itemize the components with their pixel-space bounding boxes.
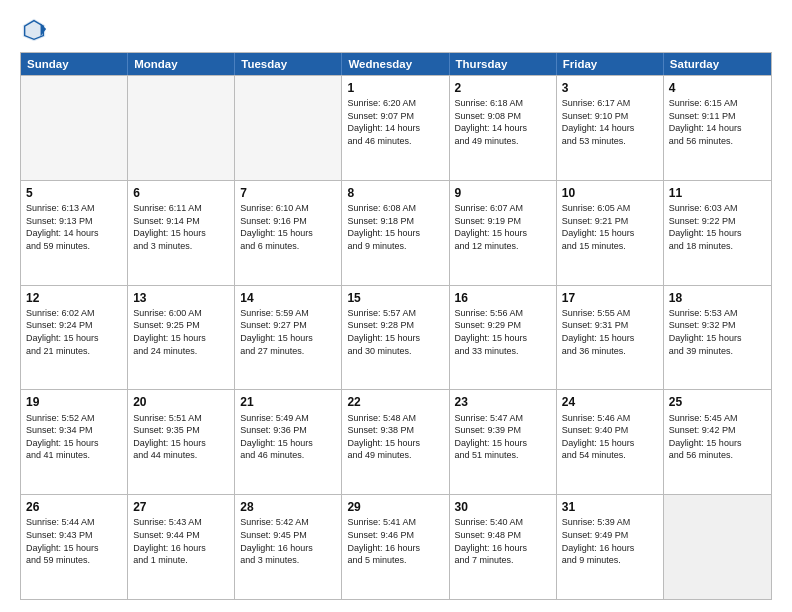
calendar-cell: 24Sunrise: 5:46 AM Sunset: 9:40 PM Dayli… bbox=[557, 390, 664, 494]
calendar-cell: 9Sunrise: 6:07 AM Sunset: 9:19 PM Daylig… bbox=[450, 181, 557, 285]
cell-info: Sunrise: 5:48 AM Sunset: 9:38 PM Dayligh… bbox=[347, 412, 443, 462]
cell-info: Sunrise: 6:02 AM Sunset: 9:24 PM Dayligh… bbox=[26, 307, 122, 357]
calendar-cell: 30Sunrise: 5:40 AM Sunset: 9:48 PM Dayli… bbox=[450, 495, 557, 599]
calendar-cell: 29Sunrise: 5:41 AM Sunset: 9:46 PM Dayli… bbox=[342, 495, 449, 599]
day-number: 18 bbox=[669, 290, 766, 306]
day-number: 25 bbox=[669, 394, 766, 410]
calendar-header-cell: Monday bbox=[128, 53, 235, 75]
cell-info: Sunrise: 5:53 AM Sunset: 9:32 PM Dayligh… bbox=[669, 307, 766, 357]
calendar-week: 12Sunrise: 6:02 AM Sunset: 9:24 PM Dayli… bbox=[21, 285, 771, 390]
cell-info: Sunrise: 5:43 AM Sunset: 9:44 PM Dayligh… bbox=[133, 516, 229, 566]
day-number: 2 bbox=[455, 80, 551, 96]
day-number: 24 bbox=[562, 394, 658, 410]
calendar-cell: 3Sunrise: 6:17 AM Sunset: 9:10 PM Daylig… bbox=[557, 76, 664, 180]
day-number: 10 bbox=[562, 185, 658, 201]
calendar: SundayMondayTuesdayWednesdayThursdayFrid… bbox=[20, 52, 772, 600]
cell-info: Sunrise: 5:49 AM Sunset: 9:36 PM Dayligh… bbox=[240, 412, 336, 462]
cell-info: Sunrise: 5:42 AM Sunset: 9:45 PM Dayligh… bbox=[240, 516, 336, 566]
calendar-cell: 23Sunrise: 5:47 AM Sunset: 9:39 PM Dayli… bbox=[450, 390, 557, 494]
day-number: 27 bbox=[133, 499, 229, 515]
page: SundayMondayTuesdayWednesdayThursdayFrid… bbox=[0, 0, 792, 612]
calendar-cell: 25Sunrise: 5:45 AM Sunset: 9:42 PM Dayli… bbox=[664, 390, 771, 494]
calendar-cell: 13Sunrise: 6:00 AM Sunset: 9:25 PM Dayli… bbox=[128, 286, 235, 390]
day-number: 16 bbox=[455, 290, 551, 306]
day-number: 30 bbox=[455, 499, 551, 515]
day-number: 23 bbox=[455, 394, 551, 410]
cell-info: Sunrise: 6:20 AM Sunset: 9:07 PM Dayligh… bbox=[347, 97, 443, 147]
calendar-week: 19Sunrise: 5:52 AM Sunset: 9:34 PM Dayli… bbox=[21, 389, 771, 494]
calendar-header-cell: Wednesday bbox=[342, 53, 449, 75]
calendar-cell: 28Sunrise: 5:42 AM Sunset: 9:45 PM Dayli… bbox=[235, 495, 342, 599]
calendar-cell: 19Sunrise: 5:52 AM Sunset: 9:34 PM Dayli… bbox=[21, 390, 128, 494]
day-number: 15 bbox=[347, 290, 443, 306]
calendar-body: 1Sunrise: 6:20 AM Sunset: 9:07 PM Daylig… bbox=[21, 75, 771, 599]
calendar-cell: 12Sunrise: 6:02 AM Sunset: 9:24 PM Dayli… bbox=[21, 286, 128, 390]
calendar-week: 1Sunrise: 6:20 AM Sunset: 9:07 PM Daylig… bbox=[21, 75, 771, 180]
calendar-cell bbox=[235, 76, 342, 180]
calendar-cell: 11Sunrise: 6:03 AM Sunset: 9:22 PM Dayli… bbox=[664, 181, 771, 285]
calendar-cell: 6Sunrise: 6:11 AM Sunset: 9:14 PM Daylig… bbox=[128, 181, 235, 285]
day-number: 9 bbox=[455, 185, 551, 201]
day-number: 22 bbox=[347, 394, 443, 410]
cell-info: Sunrise: 6:07 AM Sunset: 9:19 PM Dayligh… bbox=[455, 202, 551, 252]
calendar-header-cell: Thursday bbox=[450, 53, 557, 75]
cell-info: Sunrise: 6:18 AM Sunset: 9:08 PM Dayligh… bbox=[455, 97, 551, 147]
calendar-cell bbox=[21, 76, 128, 180]
cell-info: Sunrise: 6:05 AM Sunset: 9:21 PM Dayligh… bbox=[562, 202, 658, 252]
calendar-cell: 14Sunrise: 5:59 AM Sunset: 9:27 PM Dayli… bbox=[235, 286, 342, 390]
day-number: 19 bbox=[26, 394, 122, 410]
day-number: 29 bbox=[347, 499, 443, 515]
day-number: 7 bbox=[240, 185, 336, 201]
cell-info: Sunrise: 6:03 AM Sunset: 9:22 PM Dayligh… bbox=[669, 202, 766, 252]
day-number: 31 bbox=[562, 499, 658, 515]
day-number: 6 bbox=[133, 185, 229, 201]
calendar-cell: 27Sunrise: 5:43 AM Sunset: 9:44 PM Dayli… bbox=[128, 495, 235, 599]
calendar-cell: 2Sunrise: 6:18 AM Sunset: 9:08 PM Daylig… bbox=[450, 76, 557, 180]
day-number: 1 bbox=[347, 80, 443, 96]
calendar-cell: 4Sunrise: 6:15 AM Sunset: 9:11 PM Daylig… bbox=[664, 76, 771, 180]
calendar-cell bbox=[664, 495, 771, 599]
cell-info: Sunrise: 5:47 AM Sunset: 9:39 PM Dayligh… bbox=[455, 412, 551, 462]
day-number: 28 bbox=[240, 499, 336, 515]
calendar-header-cell: Tuesday bbox=[235, 53, 342, 75]
cell-info: Sunrise: 5:51 AM Sunset: 9:35 PM Dayligh… bbox=[133, 412, 229, 462]
cell-info: Sunrise: 5:46 AM Sunset: 9:40 PM Dayligh… bbox=[562, 412, 658, 462]
calendar-cell: 17Sunrise: 5:55 AM Sunset: 9:31 PM Dayli… bbox=[557, 286, 664, 390]
calendar-cell: 5Sunrise: 6:13 AM Sunset: 9:13 PM Daylig… bbox=[21, 181, 128, 285]
cell-info: Sunrise: 6:00 AM Sunset: 9:25 PM Dayligh… bbox=[133, 307, 229, 357]
calendar-week: 26Sunrise: 5:44 AM Sunset: 9:43 PM Dayli… bbox=[21, 494, 771, 599]
day-number: 4 bbox=[669, 80, 766, 96]
cell-info: Sunrise: 5:52 AM Sunset: 9:34 PM Dayligh… bbox=[26, 412, 122, 462]
day-number: 17 bbox=[562, 290, 658, 306]
cell-info: Sunrise: 5:41 AM Sunset: 9:46 PM Dayligh… bbox=[347, 516, 443, 566]
calendar-header-cell: Friday bbox=[557, 53, 664, 75]
day-number: 5 bbox=[26, 185, 122, 201]
day-number: 12 bbox=[26, 290, 122, 306]
calendar-header: SundayMondayTuesdayWednesdayThursdayFrid… bbox=[21, 53, 771, 75]
calendar-cell: 7Sunrise: 6:10 AM Sunset: 9:16 PM Daylig… bbox=[235, 181, 342, 285]
cell-info: Sunrise: 6:10 AM Sunset: 9:16 PM Dayligh… bbox=[240, 202, 336, 252]
day-number: 13 bbox=[133, 290, 229, 306]
cell-info: Sunrise: 5:44 AM Sunset: 9:43 PM Dayligh… bbox=[26, 516, 122, 566]
cell-info: Sunrise: 6:15 AM Sunset: 9:11 PM Dayligh… bbox=[669, 97, 766, 147]
day-number: 11 bbox=[669, 185, 766, 201]
cell-info: Sunrise: 5:57 AM Sunset: 9:28 PM Dayligh… bbox=[347, 307, 443, 357]
calendar-cell: 21Sunrise: 5:49 AM Sunset: 9:36 PM Dayli… bbox=[235, 390, 342, 494]
calendar-cell: 15Sunrise: 5:57 AM Sunset: 9:28 PM Dayli… bbox=[342, 286, 449, 390]
calendar-header-cell: Saturday bbox=[664, 53, 771, 75]
cell-info: Sunrise: 5:56 AM Sunset: 9:29 PM Dayligh… bbox=[455, 307, 551, 357]
cell-info: Sunrise: 6:17 AM Sunset: 9:10 PM Dayligh… bbox=[562, 97, 658, 147]
day-number: 8 bbox=[347, 185, 443, 201]
cell-info: Sunrise: 5:45 AM Sunset: 9:42 PM Dayligh… bbox=[669, 412, 766, 462]
calendar-cell: 18Sunrise: 5:53 AM Sunset: 9:32 PM Dayli… bbox=[664, 286, 771, 390]
cell-info: Sunrise: 5:59 AM Sunset: 9:27 PM Dayligh… bbox=[240, 307, 336, 357]
calendar-cell: 1Sunrise: 6:20 AM Sunset: 9:07 PM Daylig… bbox=[342, 76, 449, 180]
cell-info: Sunrise: 6:11 AM Sunset: 9:14 PM Dayligh… bbox=[133, 202, 229, 252]
logo-icon bbox=[20, 16, 48, 44]
calendar-cell: 26Sunrise: 5:44 AM Sunset: 9:43 PM Dayli… bbox=[21, 495, 128, 599]
day-number: 26 bbox=[26, 499, 122, 515]
day-number: 3 bbox=[562, 80, 658, 96]
cell-info: Sunrise: 6:13 AM Sunset: 9:13 PM Dayligh… bbox=[26, 202, 122, 252]
calendar-cell: 10Sunrise: 6:05 AM Sunset: 9:21 PM Dayli… bbox=[557, 181, 664, 285]
cell-info: Sunrise: 5:39 AM Sunset: 9:49 PM Dayligh… bbox=[562, 516, 658, 566]
